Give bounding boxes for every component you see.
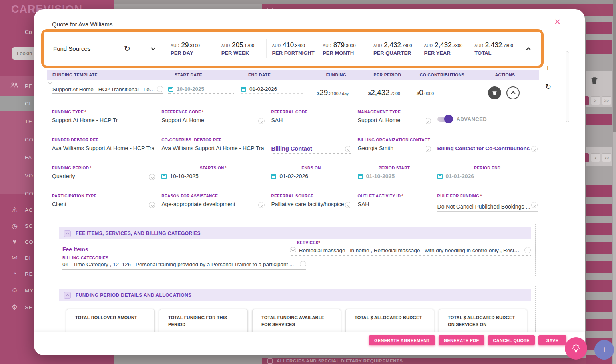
gauge-icon: ◔	[8, 270, 22, 278]
background-row-bar	[586, 319, 612, 331]
next-page-button[interactable]: >	[591, 153, 600, 162]
calendar-icon[interactable]	[168, 87, 173, 92]
chevron-down-icon[interactable]	[531, 146, 538, 152]
delete-row-button[interactable]	[488, 86, 501, 99]
funding-table-header: FUNDING TEMPLATE START DATE END DATE FUN…	[47, 70, 539, 80]
calendar-icon[interactable]	[437, 174, 443, 179]
starts-on-field[interactable]: STARTS ON* 10-10-2025	[161, 166, 265, 183]
period-end-field[interactable]: PERIOD END 01-01-2026	[437, 166, 538, 183]
background-row-bar	[586, 204, 612, 216]
fee-items-section: FEE ITEMS, SERVICES, AND BILLING CATEGOR…	[55, 224, 536, 276]
quote-modal: Quote for Ava Williams × Fund Sources ↻ …	[34, 9, 585, 355]
add-fund-source-icon[interactable]: +	[545, 63, 550, 73]
last-page-button[interactable]: >>	[602, 96, 611, 105]
lightbulb-icon	[571, 343, 581, 354]
calendar-icon[interactable]	[161, 174, 167, 179]
chat-icon: ✉	[8, 254, 22, 262]
row-actions	[471, 86, 539, 99]
heart-icon: ♥	[8, 238, 22, 246]
save-button[interactable]: SAVE	[538, 335, 566, 345]
background-row-bar	[586, 242, 612, 254]
end-date-field[interactable]: 01-02-2026	[241, 86, 305, 94]
funding-period-field[interactable]: FUNDING PERIOD* Quarterly	[52, 166, 155, 183]
calendar-icon[interactable]	[271, 174, 276, 179]
reference-code-field[interactable]: REFERENCE CODE* Support At Home	[161, 110, 265, 127]
fee-section-header: FEE ITEMS, SERVICES, AND BILLING CATEGOR…	[59, 227, 531, 239]
collapse-section-icon[interactable]	[64, 292, 71, 299]
referral-code-field[interactable]: REFERRAL CODE SAH	[271, 110, 351, 127]
fee-items-field[interactable]: Fee Items	[62, 246, 288, 255]
background-row-bar	[586, 114, 612, 125]
co-contributions-amount: $0.0000	[413, 88, 471, 97]
modal-footer: GENERATE AGREEMENT GENERATE PDF CANCEL Q…	[34, 332, 585, 355]
funding-type-field[interactable]: FUNDING TYPE* Support At Home - HCP Tr	[52, 110, 155, 127]
generate-agreement-button[interactable]: GENERATE AGREEMENT	[369, 335, 435, 345]
services-label: SERVICES*	[297, 241, 320, 245]
sidebar-greeting: Co	[25, 29, 32, 35]
chevron-down-icon[interactable]	[141, 48, 165, 50]
chevron-down-icon[interactable]	[425, 118, 431, 124]
billing-organization-contact-field[interactable]: BILLING ORGANIZATION CONTACT Georgia Smi…	[358, 138, 431, 155]
next-page-button[interactable]: >	[591, 96, 600, 105]
alert-icon: ⚠	[8, 206, 22, 214]
billing-categories-label: BILLING CATEGORIES	[62, 256, 108, 260]
funding-period-details-section: FUNDING PERIOD DETAILS AND ALLOCATIONS T…	[55, 286, 536, 334]
page-scrollbar[interactable]	[613, 0, 616, 364]
checkbox-icon[interactable]	[267, 358, 273, 364]
last-page-button[interactable]: >>	[602, 153, 611, 162]
background-row-bar	[586, 261, 612, 273]
chevron-down-icon[interactable]	[345, 146, 351, 152]
allergies-header: ALLERGIES AND SPECIAL DIETARY REQUIREMEN…	[262, 358, 586, 364]
calendar-icon[interactable]	[358, 174, 363, 179]
refresh-icon[interactable]: ↻	[113, 44, 141, 53]
billing-contact-field[interactable]: Billing Contact	[271, 138, 351, 155]
advanced-toggle-field: ADVANCED	[437, 110, 538, 127]
fund-summary-per-quarter: AUD 2,432.7300 PER QUARTER	[368, 39, 419, 58]
scrollbar-thumb[interactable]	[613, 0, 616, 132]
management-type-field[interactable]: MANAGEMENT TYPE Support At Home	[358, 110, 431, 127]
funding-template-select[interactable]: Support At Home - HCP Transitional - Lev…	[52, 86, 163, 94]
funded-debtor-ref-field[interactable]: FUNDED DEBTOR REF Ava Williams Support A…	[52, 138, 155, 155]
services-field[interactable]: Remedial massage - in home , Remedial ma…	[290, 247, 531, 256]
collapse-row-button[interactable]	[506, 86, 520, 99]
chevron-up-icon	[511, 91, 515, 95]
add-new-button[interactable]: +	[594, 340, 614, 360]
background-row-bar	[586, 22, 612, 34]
billing-contact-co-contributions-field[interactable]: Billing Contact for Co-Contributions	[437, 138, 538, 155]
chevron-down-icon[interactable]	[157, 86, 163, 92]
background-row-bar	[586, 185, 612, 197]
reason-for-assistance-field[interactable]: REASON FOR ASSISTANCE Age-appropriate de…	[161, 194, 265, 211]
modal-scrollbar[interactable]	[566, 51, 569, 122]
background-row-bar	[586, 223, 612, 235]
trash-icon	[492, 90, 498, 96]
advanced-toggle[interactable]	[437, 117, 452, 122]
billing-categories-field[interactable]: 01 - Time Category , 12_126 - Personal t…	[62, 261, 306, 270]
fund-summary-per-day: AUD 29.3100 PER DAY	[165, 39, 216, 58]
rule-for-funding-field[interactable]: RULE FOR FUNDING* Do Not Cancel Publishe…	[437, 194, 538, 211]
close-icon[interactable]: ×	[554, 16, 560, 27]
help-bulb-button[interactable]	[565, 337, 587, 360]
chevron-down-icon[interactable]	[345, 202, 351, 208]
gear-icon: ⚙	[8, 303, 22, 312]
referral-source-field[interactable]: REFERRAL SOURCE Palliative care facility…	[271, 194, 351, 211]
generate-pdf-button[interactable]: GENERATE PDF	[439, 335, 484, 345]
outlet-activity-id-field[interactable]: OUTLET ACTIVITY ID* SAH	[358, 194, 431, 211]
app-screen: CAREVISION Co Lookin PE CL TE CO FA VO C…	[0, 0, 616, 364]
chevron-down-icon[interactable]	[531, 202, 538, 208]
sidebar-item-label: PE	[25, 83, 33, 89]
calendar-icon[interactable]	[241, 87, 246, 92]
ends-on-field[interactable]: ENDS ON 01-02-2026	[271, 166, 351, 183]
chevron-down-icon[interactable]	[300, 261, 306, 267]
refresh-icon[interactable]: ↻	[545, 82, 551, 91]
cancel-quote-button[interactable]: CANCEL QUOTE	[488, 335, 535, 345]
chevron-down-icon[interactable]	[524, 247, 531, 253]
per-period-amount: $2,432.7300	[362, 88, 413, 97]
chevron-up-icon[interactable]	[520, 46, 537, 51]
trash-icon[interactable]	[590, 76, 599, 85]
co-contribs-debtor-ref-field[interactable]: CO-CONTRIBS. DEBTOR REF Ava Williams Sup…	[161, 138, 265, 155]
chevron-down-icon[interactable]	[425, 146, 431, 152]
period-start-field[interactable]: PERIOD START 01-10-2025	[358, 166, 431, 183]
participation-type-field[interactable]: PARTICIPATION TYPE Client	[52, 194, 155, 211]
collapse-section-icon[interactable]	[64, 230, 71, 237]
start-date-field[interactable]: 10-10-2025	[168, 86, 234, 94]
